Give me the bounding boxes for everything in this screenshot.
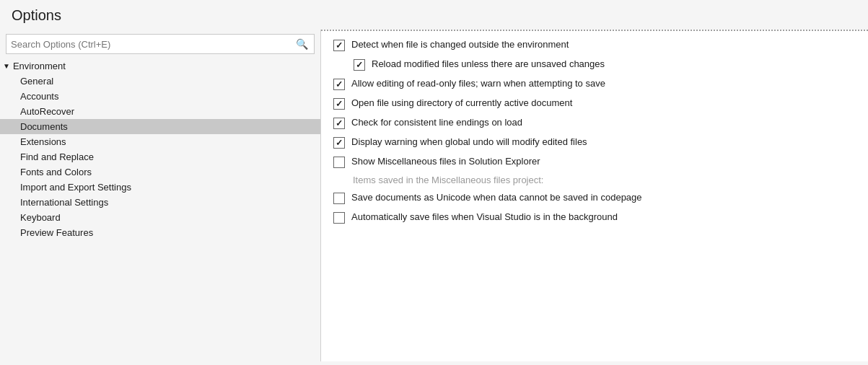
checkbox-save-unicode[interactable] — [333, 193, 345, 204]
option-label-open-file-directory: Open file using directory of currently a… — [351, 97, 572, 110]
option-row-allow-editing-readonly: Allow editing of read-only files; warn w… — [333, 77, 856, 91]
sidebar-item-label: International Settings — [20, 197, 108, 208]
option-row-reload-modified: Reload modified files unless there are u… — [333, 58, 856, 71]
checkbox-allow-editing-readonly[interactable] — [333, 79, 345, 90]
sidebar-item-find-replace[interactable]: Find and Replace — [0, 149, 320, 164]
options-tree: ▼EnvironmentGeneralAccountsAutoRecoverDo… — [0, 58, 320, 361]
search-box[interactable]: 🔍 — [6, 34, 315, 54]
options-list: Detect when file is changed outside the … — [321, 31, 868, 237]
option-label-allow-editing-readonly: Allow editing of read-only files; warn w… — [351, 77, 605, 90]
sidebar-item-label: Preview Features — [20, 227, 93, 238]
sidebar-item-accounts[interactable]: Accounts — [0, 89, 320, 104]
option-label-show-misc-files: Show Miscellaneous files in Solution Exp… — [351, 155, 540, 168]
checkbox-detect-file-change[interactable] — [333, 40, 345, 51]
sidebar-item-label: AutoRecover — [20, 106, 74, 117]
option-row-detect-file-change: Detect when file is changed outside the … — [333, 38, 856, 52]
sidebar-item-keyboard[interactable]: Keyboard — [0, 210, 320, 225]
option-row-save-unicode: Save documents as Unicode when data cann… — [333, 191, 856, 205]
sidebar-item-label: General — [20, 76, 53, 87]
checkbox-display-warning-undo[interactable] — [333, 137, 345, 149]
sidebar-item-label: Environment — [13, 61, 66, 71]
checkbox-check-line-endings[interactable] — [333, 118, 345, 129]
option-label-save-unicode: Save documents as Unicode when data cann… — [351, 191, 642, 204]
sidebar-item-import-export[interactable]: Import and Export Settings — [0, 180, 320, 195]
sidebar-item-label: Documents — [20, 121, 68, 132]
sidebar-item-label: Import and Export Settings — [20, 182, 131, 193]
sidebar-item-label: Extensions — [20, 136, 66, 147]
option-label-auto-save-background: Automatically save files when Visual Stu… — [351, 211, 618, 224]
sidebar-item-international[interactable]: International Settings — [0, 195, 320, 210]
sidebar-item-documents[interactable]: Documents — [0, 119, 320, 134]
checkbox-open-file-directory[interactable] — [333, 98, 345, 110]
checkbox-show-misc-files[interactable] — [333, 157, 345, 168]
page-title: Options — [0, 0, 868, 30]
checkbox-auto-save-background[interactable] — [333, 212, 345, 224]
search-input[interactable] — [6, 39, 290, 50]
option-row-display-warning-undo: Display warning when global undo will mo… — [333, 136, 856, 149]
expand-icon: ▼ — [3, 62, 10, 70]
sidebar-item-label: Keyboard — [20, 212, 61, 223]
sidebar-item-label: Accounts — [20, 91, 58, 102]
sidebar: 🔍 ▼EnvironmentGeneralAccountsAutoRecover… — [0, 30, 321, 361]
sidebar-item-label: Fonts and Colors — [20, 167, 92, 177]
sidebar-item-label: Find and Replace — [20, 151, 94, 162]
section-label: Items saved in the Miscellaneous files p… — [353, 175, 856, 185]
option-label-reload-modified: Reload modified files unless there are u… — [372, 58, 605, 71]
checkbox-reload-modified[interactable] — [354, 59, 365, 71]
sidebar-item-extensions[interactable]: Extensions — [0, 134, 320, 149]
option-row-auto-save-background: Automatically save files when Visual Stu… — [333, 211, 856, 224]
content-panel: Detect when file is changed outside the … — [321, 30, 868, 361]
option-label-detect-file-change: Detect when file is changed outside the … — [351, 38, 569, 51]
sidebar-item-general[interactable]: General — [0, 74, 320, 89]
option-row-check-line-endings: Check for consistent line endings on loa… — [333, 116, 856, 130]
sidebar-item-preview[interactable]: Preview Features — [0, 225, 320, 240]
sidebar-item-autorecover[interactable]: AutoRecover — [0, 104, 320, 119]
option-row-show-misc-files: Show Miscellaneous files in Solution Exp… — [333, 155, 856, 169]
option-label-check-line-endings: Check for consistent line endings on loa… — [351, 116, 522, 129]
sidebar-item-environment[interactable]: ▼Environment — [0, 58, 320, 74]
search-icon: 🔍 — [290, 38, 314, 50]
sidebar-item-fonts-colors[interactable]: Fonts and Colors — [0, 164, 320, 180]
option-row-open-file-directory: Open file using directory of currently a… — [333, 97, 856, 110]
option-label-display-warning-undo: Display warning when global undo will mo… — [351, 136, 587, 149]
